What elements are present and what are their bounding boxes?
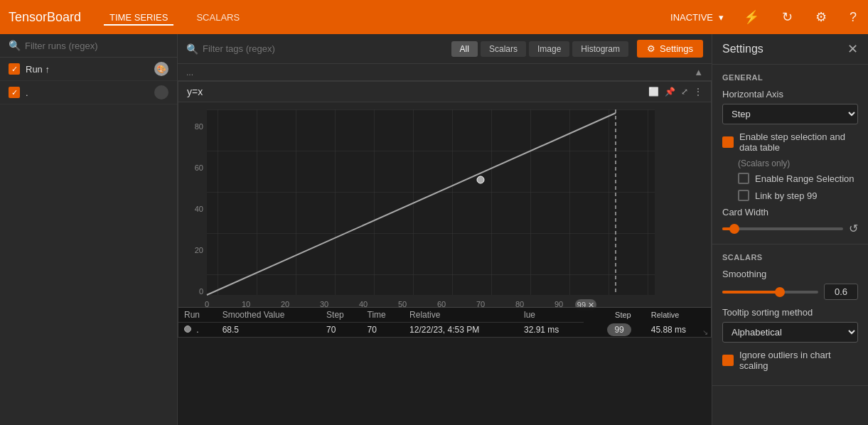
row-run: .: [178, 323, 217, 338]
chart-resize-handle[interactable]: ↘: [702, 328, 711, 337]
run-item-dot: ✓ .: [0, 81, 177, 104]
col-header-smoothed: Smoothed Value: [217, 308, 321, 323]
refresh-icon[interactable]: ↻: [779, 6, 795, 28]
filter-tabs: All Scalars Image Histogram: [451, 41, 628, 57]
run-checkbox-run[interactable]: ✓: [9, 63, 20, 75]
settings-panel-title: Settings: [722, 43, 763, 55]
main-layout: 🔍 ✓ Run ↑ 🎨 ✓ . 🔍 All Scalars Image: [0, 34, 868, 425]
run-checkbox-dot[interactable]: ✓: [9, 87, 20, 98]
settings-button[interactable]: ⚙ Settings: [637, 40, 703, 58]
relative-col-label: Relative: [651, 311, 680, 319]
scalars-only-section: (Scalars only) Enable Range Selection Li…: [722, 158, 858, 201]
horizontal-axis-select[interactable]: Step Relative Wall: [722, 104, 858, 124]
horizontal-axis-label: Horizontal Axis: [722, 89, 858, 99]
link-by-step-checkbox[interactable]: [738, 190, 749, 201]
run-color-dot[interactable]: [154, 85, 168, 99]
settings-general-section: GENERAL Horizontal Axis Step Relative Wa…: [712, 65, 868, 244]
nav-time-series[interactable]: TIME SERIES: [104, 9, 173, 26]
row-smoothed: 68.5: [217, 323, 321, 338]
lightning-icon[interactable]: ⚡: [741, 6, 762, 28]
step-badge-cell: 99: [584, 323, 645, 338]
svg-text:20: 20: [195, 246, 203, 254]
nav-scalars[interactable]: SCALARS: [191, 9, 245, 26]
svg-text:60: 60: [195, 163, 203, 172]
step-badge: 99: [607, 323, 631, 336]
run-label-run: Run ↑: [26, 64, 149, 75]
chart-card-header: y=x ⬜ 📌 ⤢ ⋮: [178, 82, 711, 102]
row-step: 70: [362, 323, 404, 338]
settings-panel-header: Settings ✕: [712, 34, 868, 65]
chart-body: Alt + Scroll to Zoom 0: [178, 102, 711, 337]
status-area: INACTIVE ▾: [670, 12, 724, 23]
row-value: 70: [321, 323, 361, 338]
expand-chart-icon[interactable]: ⤢: [681, 87, 688, 97]
run-color-palette[interactable]: 🎨: [154, 62, 168, 76]
help-icon[interactable]: ?: [847, 7, 859, 28]
tab-scalars[interactable]: Scalars: [481, 41, 526, 57]
ignore-outliers-checkbox[interactable]: [722, 355, 734, 366]
svg-rect-1: [207, 109, 655, 295]
smoothing-slider-row: 0.6: [722, 284, 858, 300]
card-width-slider-thumb[interactable]: [729, 224, 739, 234]
col-header-time: Time: [362, 308, 404, 323]
enable-range-selection-checkbox[interactable]: [738, 173, 749, 184]
tag-search: 🔍: [186, 43, 443, 55]
chart-collapsed-header: ... ▲: [178, 64, 712, 81]
settings-button-label: Settings: [660, 43, 693, 54]
settings-gear-icon: ⚙: [647, 43, 655, 54]
ignore-outliers-row: Ignore outliers in chart scaling: [722, 350, 858, 371]
card-width-row: ↺: [722, 222, 858, 235]
tooltip-sorting-select[interactable]: Alphabetical Ascending Descending Closes…: [722, 322, 858, 343]
sidebar-search-bar: 🔍: [0, 34, 177, 58]
expand-icon[interactable]: ▲: [694, 67, 703, 77]
fullscreen-icon[interactable]: ⬜: [648, 87, 659, 97]
link-by-step-row: Link by step 99: [738, 190, 858, 201]
status-text: INACTIVE: [670, 12, 713, 23]
left-sidebar: 🔍 ✓ Run ↑ 🎨 ✓ .: [0, 34, 178, 425]
tooltip-sorting-label: Tooltip sorting method: [722, 307, 858, 318]
chart-title: y=x: [187, 86, 648, 97]
run-item-run: ✓ Run ↑ 🎨: [0, 58, 177, 81]
svg-text:40: 40: [195, 205, 203, 213]
tab-histogram[interactable]: Histogram: [572, 41, 628, 57]
card-width-label: Card Width: [722, 207, 858, 217]
chevron-down-icon[interactable]: ▾: [719, 12, 724, 23]
run-filter-input[interactable]: [25, 41, 168, 51]
search-icon: 🔍: [9, 40, 21, 51]
relative-section: Relative: [645, 308, 711, 323]
scalars-only-label: (Scalars only): [738, 158, 858, 168]
run-label-dot: .: [26, 87, 149, 98]
enable-range-selection-row: Enable Range Selection: [738, 173, 858, 184]
tab-image[interactable]: Image: [529, 41, 569, 57]
enable-range-selection-label: Enable Range Selection: [755, 173, 854, 184]
col-header-step: Step: [321, 308, 361, 323]
collapsed-label: ...: [186, 68, 193, 77]
scalars-section-title: SCALARS: [722, 253, 858, 262]
col-header-relative: Relative: [404, 308, 518, 323]
app-brand: TensorBoard: [9, 10, 81, 25]
smoothing-slider-thumb[interactable]: [775, 287, 785, 297]
link-by-step-label: Link by step 99: [755, 190, 817, 201]
pin-icon[interactable]: 📌: [665, 87, 675, 97]
tag-filter-input[interactable]: [203, 43, 443, 54]
smoothing-value-input[interactable]: 0.6: [824, 284, 858, 300]
enable-step-selection-checkbox[interactable]: [722, 136, 734, 148]
settings-icon[interactable]: ⚙: [813, 6, 830, 28]
smoothing-slider-track: [722, 291, 818, 294]
tab-all[interactable]: All: [451, 41, 478, 57]
table-row: . 68.5 70 70 12/22/23, 4:53 PM 32.91 ms …: [178, 323, 711, 338]
run-dot: [184, 326, 191, 333]
card-width-slider-track: [722, 227, 843, 230]
col-header-lue: lue: [518, 308, 584, 323]
svg-point-20: [477, 176, 484, 183]
row-run-label: .: [196, 325, 198, 335]
content-area: 🔍 All Scalars Image Histogram ⚙ Settings…: [178, 34, 712, 425]
step-col-label: Step: [615, 311, 631, 319]
settings-close-button[interactable]: ✕: [847, 41, 858, 57]
smoothing-slider-fill: [722, 291, 780, 294]
chart-card: y=x ⬜ 📌 ⤢ ⋮ Alt + Scroll to Zoom: [178, 81, 712, 338]
card-width-reset-icon[interactable]: ↺: [849, 222, 858, 235]
chart-svg: 0 20 40 60 80 0 10 20 30 40 50 60 70: [178, 109, 711, 316]
more-icon[interactable]: ⋮: [694, 87, 702, 97]
col-header-run: Run: [178, 308, 217, 323]
